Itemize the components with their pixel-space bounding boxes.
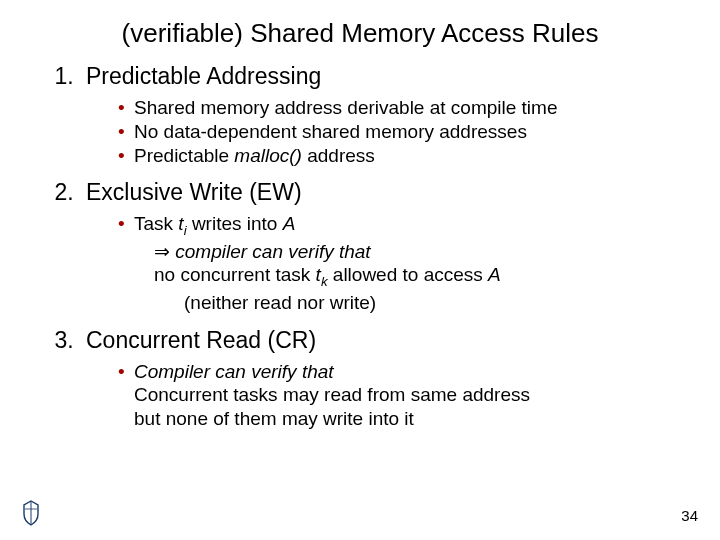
item-1-label: Predictable Addressing xyxy=(80,63,321,89)
var-A: A xyxy=(283,213,296,234)
item-1-bullet-1: Shared memory address derivable at compi… xyxy=(118,96,680,120)
line-2: ⇒ compiler can verify that xyxy=(134,240,680,264)
item-3-sublist: Compiler can verify that Concurrent task… xyxy=(80,360,680,431)
item-3: Concurrent Read (CR) Compiler can verify… xyxy=(80,327,680,431)
text: Shared memory address derivable at compi… xyxy=(134,97,557,118)
text: no concurrent task xyxy=(154,264,316,285)
text: Compiler can verify that xyxy=(134,361,334,382)
slide-title: (verifiable) Shared Memory Access Rules xyxy=(40,18,680,49)
text: compiler can verify that xyxy=(175,241,370,262)
malloc-text: malloc() xyxy=(234,145,302,166)
item-1: Predictable Addressing Shared memory add… xyxy=(80,63,680,167)
item-2-bullet-1: Task ti writes into A ⇒ compiler can ver… xyxy=(118,212,680,314)
item-3-bullet-1: Compiler can verify that Concurrent task… xyxy=(118,360,680,431)
arrow-icon: ⇒ xyxy=(154,241,175,262)
main-list: Predictable Addressing Shared memory add… xyxy=(40,63,680,431)
var-A: A xyxy=(488,264,501,285)
page-number: 34 xyxy=(681,507,698,524)
line-2: Concurrent tasks may read from same addr… xyxy=(134,383,680,407)
item-3-label: Concurrent Read (CR) xyxy=(80,327,316,353)
logo-icon xyxy=(22,500,40,526)
text: No data-dependent shared memory addresse… xyxy=(134,121,527,142)
item-2-sublist: Task ti writes into A ⇒ compiler can ver… xyxy=(80,212,680,314)
item-1-bullet-3: Predictable malloc() address xyxy=(118,144,680,168)
item-1-bullet-2: No data-dependent shared memory addresse… xyxy=(118,120,680,144)
line-3: but none of them may write into it xyxy=(134,407,680,431)
text: allowed to access xyxy=(328,264,489,285)
item-1-sublist: Shared memory address derivable at compi… xyxy=(80,96,680,167)
line-4: (neither read nor write) xyxy=(134,291,680,315)
text: Task xyxy=(134,213,178,234)
text: writes into xyxy=(187,213,283,234)
item-2-label: Exclusive Write (EW) xyxy=(80,179,302,205)
line-3: no concurrent task tk allowed to access … xyxy=(134,263,680,290)
text: Predictable xyxy=(134,145,234,166)
item-2: Exclusive Write (EW) Task ti writes into… xyxy=(80,179,680,314)
sub-k: k xyxy=(321,274,328,289)
slide: (verifiable) Shared Memory Access Rules … xyxy=(0,0,720,431)
text: address xyxy=(302,145,375,166)
